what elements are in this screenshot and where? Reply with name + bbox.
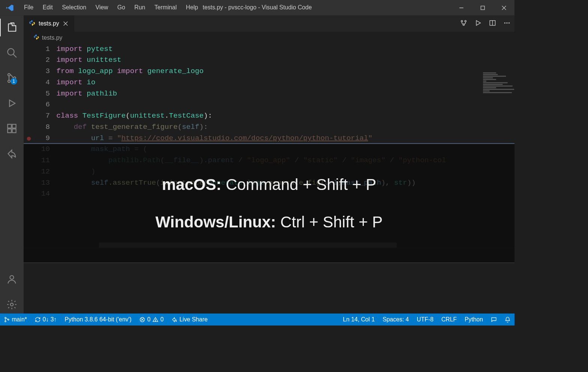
- tab-close-icon[interactable]: [62, 20, 69, 27]
- gutter: 1 2 3 4 5 6 7 8 9 10 11 12 13 14: [24, 43, 57, 248]
- split-editor-icon[interactable]: [489, 19, 496, 28]
- code-lines[interactable]: import pytest import unittest from logo_…: [57, 43, 515, 248]
- svg-point-26: [509, 22, 510, 24]
- svg-rect-12: [7, 129, 11, 133]
- svg-rect-13: [12, 129, 16, 133]
- svg-point-6: [8, 73, 10, 76]
- window-controls: [450, 0, 515, 15]
- svg-point-14: [10, 276, 14, 279]
- menu-selection[interactable]: Selection: [58, 2, 91, 13]
- svg-rect-1: [481, 6, 485, 10]
- svg-point-15: [10, 303, 13, 306]
- svg-point-19: [465, 20, 466, 22]
- svg-point-18: [461, 20, 462, 22]
- svg-point-34: [155, 320, 156, 321]
- breadcrumb-file: tests.py: [42, 34, 62, 41]
- status-live-share[interactable]: Live Share: [168, 314, 211, 326]
- status-cursor-position[interactable]: Ln 14, Col 1: [339, 314, 379, 326]
- activity-settings[interactable]: [0, 296, 24, 313]
- activity-accounts[interactable]: [0, 270, 24, 288]
- menu-run[interactable]: Run: [130, 2, 150, 13]
- activity-run-debug[interactable]: [0, 94, 24, 112]
- tab-bar: tests.py: [24, 15, 515, 32]
- menu-edit[interactable]: Edit: [38, 2, 57, 13]
- horizontal-scrollbar[interactable]: [57, 243, 482, 248]
- activity-bar: 1: [0, 15, 24, 313]
- activity-explorer[interactable]: [0, 19, 24, 36]
- minimize-button[interactable]: [450, 0, 472, 15]
- status-sync[interactable]: 0↓ 3↑: [31, 314, 61, 326]
- code-editor[interactable]: 1 2 3 4 5 6 7 8 9 10 11 12 13 14 import …: [24, 43, 515, 248]
- compare-icon[interactable]: [460, 19, 467, 28]
- svg-rect-10: [7, 124, 11, 128]
- maximize-button[interactable]: [472, 0, 493, 15]
- menu-view[interactable]: View: [91, 2, 112, 13]
- svg-point-25: [506, 22, 507, 24]
- python-icon: [29, 20, 36, 28]
- title-bar: File Edit Selection View Go Run Terminal…: [0, 0, 515, 15]
- activity-extensions[interactable]: [0, 120, 24, 137]
- svg-point-28: [5, 321, 6, 322]
- python-icon: [33, 34, 39, 42]
- vscode-icon: [0, 3, 20, 12]
- tab-label: tests.py: [39, 20, 59, 27]
- scm-badge: 1: [10, 78, 17, 85]
- more-icon[interactable]: [503, 19, 510, 28]
- svg-line-5: [13, 54, 16, 58]
- svg-point-29: [8, 319, 9, 320]
- status-encoding[interactable]: UTF-8: [413, 314, 438, 326]
- svg-point-27: [5, 317, 6, 318]
- breakpoint-icon[interactable]: [27, 137, 31, 141]
- menu-go[interactable]: Go: [113, 2, 130, 13]
- menu-help[interactable]: Help: [182, 2, 202, 13]
- run-icon[interactable]: [474, 19, 482, 28]
- activity-live-share[interactable]: [0, 145, 24, 163]
- activity-search[interactable]: [0, 44, 24, 61]
- editor-area: tests.py tests.py 1 2 3 4 5: [24, 15, 515, 313]
- svg-point-7: [8, 80, 10, 82]
- status-branch[interactable]: main*: [0, 314, 31, 326]
- status-bar: main* 0↓ 3↑ Python 3.8.6 64-bit ('env') …: [0, 314, 515, 326]
- svg-point-4: [7, 49, 14, 55]
- breadcrumb[interactable]: tests.py: [24, 32, 515, 44]
- status-bell-icon[interactable]: [501, 314, 515, 326]
- status-language[interactable]: Python: [461, 314, 487, 326]
- svg-marker-9: [9, 100, 15, 106]
- svg-rect-11: [12, 124, 16, 128]
- minimap[interactable]: [482, 72, 515, 137]
- menu-terminal[interactable]: Terminal: [150, 2, 181, 13]
- status-problems[interactable]: 0 0: [135, 314, 168, 326]
- activity-source-control[interactable]: 1: [0, 69, 24, 87]
- menu-file[interactable]: File: [20, 2, 38, 13]
- status-feedback-icon[interactable]: [487, 314, 501, 326]
- close-button[interactable]: [493, 0, 515, 15]
- panel[interactable]: [24, 248, 515, 314]
- svg-point-24: [504, 22, 506, 24]
- menu-bar: File Edit Selection View Go Run Terminal…: [20, 2, 202, 13]
- status-indentation[interactable]: Spaces: 4: [379, 314, 413, 326]
- tab-tests-py[interactable]: tests.py: [24, 15, 75, 32]
- status-eol[interactable]: CRLF: [437, 314, 461, 326]
- svg-marker-21: [476, 21, 480, 25]
- status-python[interactable]: Python 3.8.6 64-bit ('env'): [61, 314, 136, 326]
- window-title: tests.py - pvscc-logo - Visual Studio Co…: [203, 4, 312, 11]
